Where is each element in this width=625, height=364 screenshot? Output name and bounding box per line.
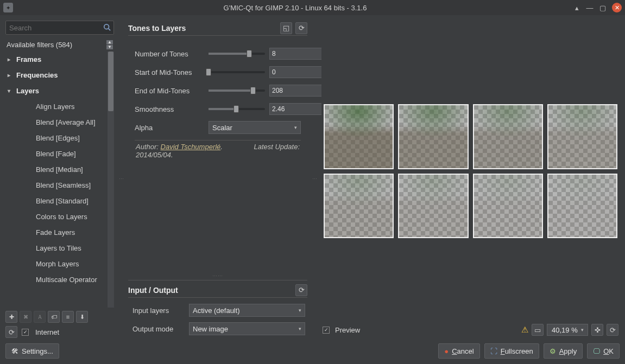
svg-line-1 xyxy=(109,29,111,31)
param-label: Number of Tones xyxy=(135,50,204,58)
tree-item[interactable]: Multiscale Operator xyxy=(5,272,114,288)
rename-fave-button[interactable]: Ａ xyxy=(34,311,46,323)
start-mid-slider[interactable] xyxy=(209,71,265,73)
smoothness-slider[interactable] xyxy=(209,108,265,110)
tree-group-frequencies[interactable]: Frequencies xyxy=(5,67,114,83)
zoom-reset-button[interactable]: ✜ xyxy=(591,324,603,336)
io-title: Input / Output xyxy=(128,286,178,295)
collapse-all-button[interactable]: ⬇ xyxy=(76,311,88,323)
tree-item[interactable]: Blend [Median] xyxy=(5,162,114,177)
minimize-window-button[interactable]: — xyxy=(586,4,594,11)
tree-item[interactable]: Blend [Average All] xyxy=(5,114,114,130)
reset-io-button[interactable]: ⟳ xyxy=(295,284,307,296)
fullscreen-icon: ⛶ xyxy=(490,347,497,355)
param-label: Smoothness xyxy=(135,105,204,113)
record-icon: ● xyxy=(444,347,449,355)
filter-tree[interactable]: Frames Frequencies Layers Align Layers B… xyxy=(5,52,114,308)
maximize-window-button[interactable]: ▢ xyxy=(599,4,607,11)
author-date: 2014/05/04. xyxy=(136,151,173,159)
preview-panel: ✓ Preview ⚠ ▭ 40,19 % ✜ ⟳ xyxy=(321,21,620,338)
tree-item[interactable]: Align Layers xyxy=(5,99,114,114)
tree-group-layers[interactable]: Layers xyxy=(5,83,114,99)
input-layers-label: Input layers xyxy=(132,306,185,315)
tree-item[interactable]: Colors to Layers xyxy=(5,209,114,225)
preview-tile xyxy=(473,104,543,169)
zoom-field[interactable]: 40,19 % xyxy=(547,324,588,336)
preview-tile xyxy=(547,104,617,169)
remove-fave-button[interactable]: ✖ xyxy=(20,311,31,323)
param-label: Alpha xyxy=(135,124,204,132)
filters-count-label: Available filters (584) xyxy=(7,41,72,49)
monitor-icon: 🖵 xyxy=(593,347,600,355)
ok-button[interactable]: 🖵 OK xyxy=(587,343,620,359)
output-mode-label: Output mode xyxy=(132,325,185,333)
search-input[interactable] xyxy=(5,21,114,35)
preview-tile xyxy=(398,104,468,169)
maximize-params-button[interactable]: ◱ xyxy=(280,22,292,34)
reset-params-button[interactable]: ⟳ xyxy=(295,22,307,34)
author-link[interactable]: David Tschumperlé xyxy=(161,143,221,151)
refresh-preview-button[interactable]: ⟳ xyxy=(607,324,618,336)
preview-area[interactable] xyxy=(321,21,620,322)
filter-title: Tones to Layers xyxy=(128,24,186,33)
alpha-combo[interactable]: Scalar xyxy=(209,121,301,134)
sort-buttons[interactable]: ▲▼ xyxy=(106,40,113,49)
tree-item[interactable]: Fade Layers xyxy=(5,225,114,240)
tree-item[interactable]: Morph Layers xyxy=(5,256,114,272)
preview-tile xyxy=(324,104,394,169)
svg-point-0 xyxy=(104,24,109,29)
cancel-button[interactable]: ● Cancel xyxy=(438,343,479,359)
search-icon xyxy=(103,23,111,31)
parameters-panel: Tones to Layers ◱ ⟳ Number of Tones ▲▼ S… xyxy=(128,21,307,338)
tree-scrollbar[interactable] xyxy=(108,52,114,308)
shade-window-button[interactable]: ▴ xyxy=(573,4,580,11)
settings-button[interactable]: 🛠 Settings... xyxy=(5,343,59,359)
zoom-fit-button[interactable]: ▭ xyxy=(532,324,544,336)
preview-tile xyxy=(398,174,468,239)
close-window-button[interactable]: ✕ xyxy=(612,3,622,12)
wrench-icon: 🛠 xyxy=(11,347,18,355)
panel-grip[interactable]: ⋯⋯ xyxy=(212,273,223,279)
splitter-right[interactable]: ⋮ xyxy=(313,21,316,338)
fullscreen-button[interactable]: ⛶ Fullscreen xyxy=(484,343,539,359)
refresh-filters-button[interactable]: ⟳ xyxy=(5,326,17,338)
tree-item[interactable]: Layers to Tiles xyxy=(5,240,114,256)
tree-item[interactable]: Blend [Standard] xyxy=(5,193,114,209)
titlebar: ✦ G'MIC-Qt for GIMP 2.10 - Linux 64 bits… xyxy=(0,0,625,15)
preview-label: Preview xyxy=(335,326,360,334)
internet-label: Internet xyxy=(35,328,59,336)
tree-group-frames[interactable]: Frames xyxy=(5,52,114,67)
tree-item[interactable]: Blend [Seamless] xyxy=(5,177,114,193)
warning-icon: ⚠ xyxy=(521,325,528,335)
num-tones-slider[interactable] xyxy=(209,53,265,55)
gear-icon: ⚙ xyxy=(550,347,556,355)
param-label: Start of Mid-Tones xyxy=(135,68,204,76)
window-title: G'MIC-Qt for GIMP 2.10 - Linux 64 bits -… xyxy=(17,4,573,12)
internet-checkbox[interactable]: ✓ xyxy=(22,329,29,336)
splitter-left[interactable]: ⋮ xyxy=(119,21,123,338)
expand-all-button[interactable]: ≡ xyxy=(62,311,74,323)
preview-tile xyxy=(473,174,543,239)
output-mode-combo[interactable]: New image xyxy=(189,322,305,335)
preview-tile xyxy=(324,174,394,239)
preview-checkbox[interactable]: ✓ xyxy=(323,327,330,334)
tags-button[interactable]: 🏷 xyxy=(48,311,60,323)
tree-item[interactable]: Blend [Edges] xyxy=(5,130,114,146)
apply-button[interactable]: ⚙ Apply xyxy=(544,343,583,359)
latest-update-label: Latest Update: xyxy=(254,143,300,151)
param-label: End of Mid-Tones xyxy=(135,87,204,95)
filter-panel: Available filters (584) ▲▼ Frames Freque… xyxy=(5,21,114,338)
tree-item[interactable]: Blend [Fade] xyxy=(5,146,114,162)
add-fave-button[interactable]: ✚ xyxy=(5,311,17,323)
end-mid-slider[interactable] xyxy=(209,90,265,92)
preview-tile xyxy=(547,174,617,239)
app-icon: ✦ xyxy=(3,3,13,12)
input-layers-combo[interactable]: Active (default) xyxy=(189,304,305,317)
author-info: Author: David Tschumperlé. xyxy=(136,143,223,151)
